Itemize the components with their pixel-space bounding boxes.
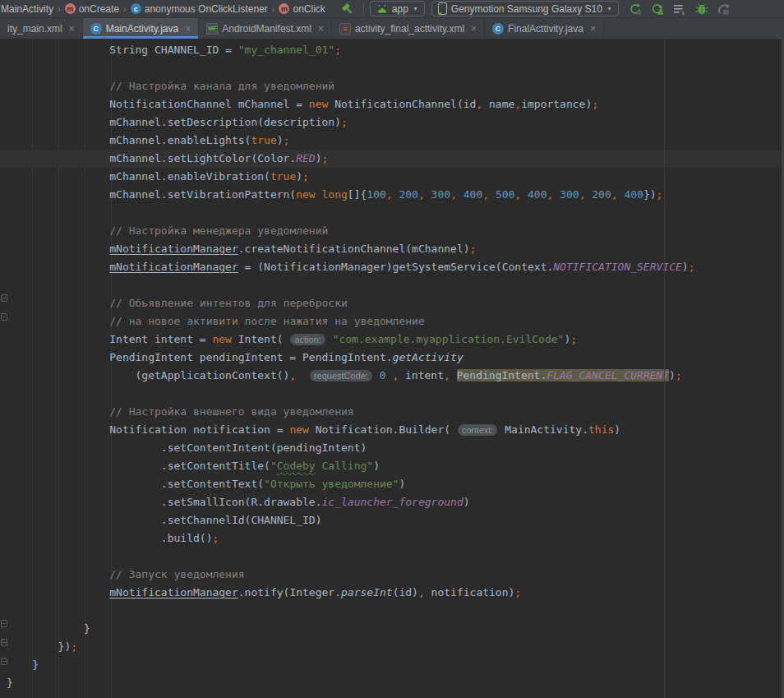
rerun-activity-icon[interactable] bbox=[629, 2, 642, 16]
code-segment: , bbox=[450, 188, 463, 201]
code-segment bbox=[7, 315, 109, 327]
code-segment: mNotificationManager bbox=[109, 243, 238, 255]
code-line: // на новое активити после нажатия на ув… bbox=[0, 312, 784, 331]
code-segment: mChannel.enableLights( bbox=[7, 134, 251, 146]
code-segment: new bbox=[296, 188, 315, 201]
code-segment: new bbox=[309, 98, 328, 110]
code-segment: .createNotificationChannel(mChannel) bbox=[238, 243, 470, 255]
code-segment: ) bbox=[277, 134, 284, 146]
code-segment: .build() bbox=[7, 532, 212, 544]
code-line: // Настройка канала для уведомлений bbox=[0, 77, 784, 95]
code-line bbox=[0, 276, 784, 294]
code-line: // Обьявление интентов для переброски bbox=[0, 294, 784, 312]
code-segment: ; bbox=[212, 532, 219, 544]
code-area[interactable]: String CHANNEL_ID = "my_channel_01"; // … bbox=[0, 39, 784, 692]
code-line: mChannel.setDescription(description); bbox=[0, 113, 784, 132]
code-segment: // Настройка внешнего вида уведомления bbox=[109, 405, 353, 418]
method-icon: m bbox=[65, 3, 76, 14]
code-segment: } bbox=[7, 659, 39, 671]
code-segment: NotificationChannel mChannel = bbox=[7, 98, 309, 110]
code-segment: mChannel.setDescription(description) bbox=[7, 116, 341, 128]
close-icon[interactable]: × bbox=[318, 23, 324, 35]
class-icon: c bbox=[131, 3, 141, 14]
code-segment: ; bbox=[657, 188, 663, 201]
breadcrumb-item[interactable]: monClick bbox=[279, 3, 325, 15]
breadcrumb-separator: › bbox=[58, 4, 61, 14]
code-segment bbox=[450, 369, 457, 381]
code-segment: } bbox=[7, 677, 13, 689]
code-segment: .setSmallIcon(R.drawable. bbox=[7, 496, 322, 508]
apply-code-changes-icon[interactable]: A bbox=[651, 2, 664, 16]
code-segment: getActivity bbox=[393, 351, 463, 363]
editor-tab[interactable]: ity_main.xml× bbox=[0, 18, 83, 39]
run-configurations-icon[interactable] bbox=[673, 2, 686, 16]
code-line: mNotificationManager = (NotificationMana… bbox=[0, 258, 784, 276]
build-hammer-icon[interactable] bbox=[341, 2, 354, 16]
close-icon[interactable]: × bbox=[185, 23, 191, 35]
code-segment: this bbox=[588, 423, 614, 436]
code-line: Intent intent = new Intent( action: "com… bbox=[0, 331, 784, 349]
code-editor[interactable]: String CHANNEL_ID = "my_channel_01"; // … bbox=[0, 39, 784, 698]
code-line: // Настройка менеджера уведомлений bbox=[0, 222, 784, 240]
device-select[interactable]: Genymotion Samsung Galaxy S10 ▼ bbox=[431, 1, 619, 16]
code-segment: NotificationChannel(id bbox=[328, 98, 476, 110]
code-segment bbox=[7, 297, 109, 309]
breadcrumb-item[interactable]: MainActivity bbox=[1, 3, 53, 15]
code-segment: 200 bbox=[399, 188, 417, 201]
code-segment: ; bbox=[71, 640, 77, 653]
editor-tab[interactable]: MFAndroidManifest.xml× bbox=[199, 18, 332, 39]
code-segment: , bbox=[611, 188, 625, 201]
code-segment: 400 bbox=[624, 188, 643, 201]
editor-tab[interactable]: CMainActivity.java× bbox=[83, 18, 200, 39]
fold-marker[interactable] bbox=[1, 639, 7, 646]
code-segment: new bbox=[212, 333, 231, 345]
code-segment: Calling" bbox=[316, 460, 373, 472]
code-segment: "com.example.myapplication.EvilCode" bbox=[333, 333, 565, 345]
code-line: Notification notification = new Notifica… bbox=[0, 421, 784, 439]
code-line: .setChannelId(CHANNEL_ID) bbox=[0, 511, 784, 529]
code-line: .build(); bbox=[0, 529, 784, 548]
code-segment: , bbox=[418, 188, 431, 201]
breadcrumb-item[interactable]: canonymous OnClickListener bbox=[131, 3, 268, 15]
code-segment: mNotificationManager bbox=[109, 586, 238, 599]
code-segment: , bbox=[514, 188, 528, 201]
class-file-icon: C bbox=[492, 23, 504, 35]
code-segment: long bbox=[322, 188, 348, 201]
phone-icon bbox=[438, 2, 447, 15]
code-segment: true bbox=[251, 134, 276, 146]
breadcrumb-separator: › bbox=[272, 4, 275, 14]
code-segment: , bbox=[386, 188, 399, 201]
run-configuration-select[interactable]: app ▼ bbox=[370, 1, 425, 16]
parameter-hint: action: bbox=[290, 334, 325, 345]
fold-marker[interactable] bbox=[1, 313, 7, 321]
close-icon[interactable]: × bbox=[69, 23, 75, 35]
code-segment: , bbox=[476, 98, 482, 110]
breadcrumb: MainActivity›monCreate›canonymous OnClic… bbox=[0, 3, 326, 15]
code-segment: ; bbox=[570, 333, 577, 345]
editor-tab[interactable]: CFinalActtivity.java× bbox=[485, 18, 604, 39]
code-segment: 0 bbox=[380, 369, 386, 381]
fold-marker[interactable] bbox=[1, 294, 7, 302]
code-segment: ; bbox=[302, 170, 309, 183]
fold-marker[interactable] bbox=[1, 620, 7, 627]
code-segment: ) bbox=[463, 496, 470, 508]
code-segment: 300 bbox=[560, 188, 579, 201]
close-icon[interactable]: × bbox=[590, 23, 596, 35]
code-segment: PendingIntent. bbox=[457, 369, 547, 381]
code-line: // Настройка внешнего вида уведомления bbox=[0, 403, 784, 421]
fold-marker[interactable] bbox=[1, 658, 7, 665]
code-segment: []{ bbox=[348, 188, 367, 201]
code-segment: importance) bbox=[521, 98, 592, 110]
chevron-down-icon: ▼ bbox=[606, 6, 612, 12]
code-segment: ; bbox=[689, 261, 695, 273]
tab-label: MainActivity.java bbox=[106, 23, 178, 35]
tab-bar: ity_main.xml×CMainActivity.java×MFAndroi… bbox=[0, 18, 784, 39]
code-segment: ; bbox=[592, 98, 598, 110]
debug-icon[interactable] bbox=[695, 2, 708, 16]
close-icon[interactable]: × bbox=[471, 23, 477, 35]
breadcrumb-item[interactable]: monCreate bbox=[65, 3, 119, 15]
code-segment: .notify(Integer. bbox=[238, 586, 341, 599]
code-line: mChannel.setLightColor(Color.RED); bbox=[0, 150, 784, 168]
editor-tab[interactable]: ≡activity_final_acttivity.xml× bbox=[332, 18, 485, 39]
profile-icon[interactable] bbox=[717, 2, 731, 16]
